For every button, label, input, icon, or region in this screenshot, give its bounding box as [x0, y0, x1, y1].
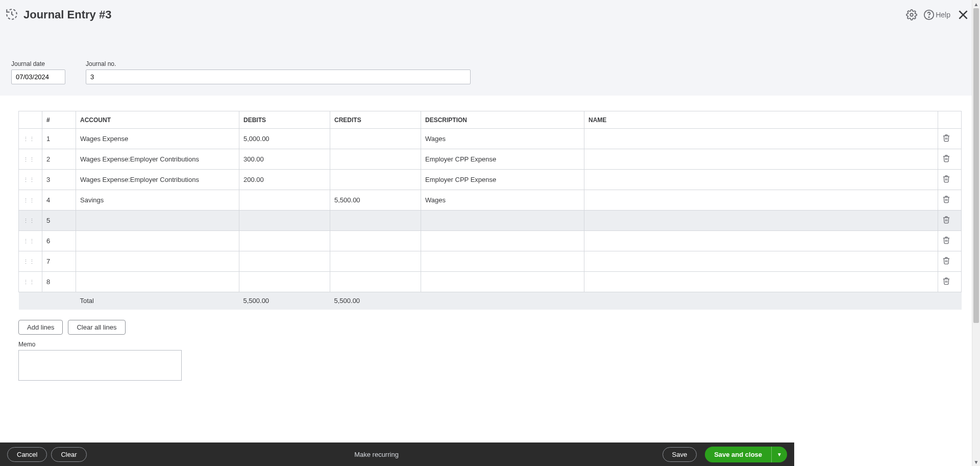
close-button[interactable] — [953, 5, 973, 25]
table-row[interactable]: ⋮⋮1Wages Expense5,000.00Wages — [19, 129, 962, 149]
save-and-close-button[interactable]: Save and close — [705, 447, 771, 448]
cell-credits[interactable] — [330, 211, 421, 231]
cell-name[interactable] — [584, 251, 938, 272]
header-credits: CREDITS — [330, 111, 421, 129]
table-row[interactable]: ⋮⋮6 — [19, 231, 962, 251]
table-row[interactable]: ⋮⋮7 — [19, 251, 962, 272]
drag-handle[interactable]: ⋮⋮ — [19, 251, 42, 272]
history-icon[interactable] — [5, 8, 18, 22]
cell-debits[interactable]: 300.00 — [239, 149, 330, 170]
journal-no-input[interactable] — [86, 69, 471, 84]
trash-icon — [942, 279, 950, 287]
cell-debits[interactable] — [239, 251, 330, 272]
cell-name[interactable] — [584, 272, 938, 292]
delete-row-button[interactable] — [942, 154, 950, 164]
scroll-thumb[interactable] — [973, 8, 979, 323]
trash-icon — [942, 218, 950, 225]
clear-button[interactable]: Clear — [51, 447, 86, 448]
table-row[interactable]: ⋮⋮2Wages Expense:Employer Contributions3… — [19, 149, 962, 170]
cell-num: 3 — [42, 170, 76, 190]
cell-description[interactable] — [421, 251, 584, 272]
cell-delete — [938, 272, 962, 292]
settings-button[interactable] — [903, 6, 920, 24]
cell-account[interactable]: Wages Expense:Employer Contributions — [76, 149, 239, 170]
cell-name[interactable] — [584, 231, 938, 251]
delete-row-button[interactable] — [942, 134, 950, 144]
cell-description[interactable] — [421, 231, 584, 251]
delete-row-button[interactable] — [942, 236, 950, 246]
drag-icon: ⋮⋮ — [23, 158, 35, 161]
cell-debits[interactable] — [239, 211, 330, 231]
cell-debits[interactable]: 5,000.00 — [239, 129, 330, 149]
cell-description[interactable]: Wages — [421, 129, 584, 149]
cell-account[interactable] — [76, 231, 239, 251]
cell-account[interactable]: Savings — [76, 190, 239, 211]
cell-name[interactable] — [584, 211, 938, 231]
delete-row-button[interactable] — [942, 257, 950, 266]
drag-handle[interactable]: ⋮⋮ — [19, 190, 42, 211]
cell-description[interactable]: Employer CPP Expense — [421, 170, 584, 190]
table-row[interactable]: ⋮⋮4Savings5,500.00Wages — [19, 190, 962, 211]
totals-label: Total — [76, 292, 239, 310]
trash-icon — [942, 238, 950, 246]
cell-num: 7 — [42, 251, 76, 272]
cell-debits[interactable]: 200.00 — [239, 170, 330, 190]
memo-label: Memo — [18, 341, 962, 348]
drag-handle[interactable]: ⋮⋮ — [19, 272, 42, 292]
cell-account[interactable] — [76, 272, 239, 292]
drag-handle[interactable]: ⋮⋮ — [19, 170, 42, 190]
journal-date-input[interactable] — [11, 69, 65, 84]
cell-name[interactable] — [584, 190, 938, 211]
cell-account[interactable] — [76, 251, 239, 272]
add-lines-button[interactable]: Add lines — [18, 320, 63, 335]
cell-description[interactable]: Wages — [421, 190, 584, 211]
drag-handle[interactable]: ⋮⋮ — [19, 149, 42, 170]
delete-row-button[interactable] — [942, 216, 950, 225]
cell-description[interactable] — [421, 211, 584, 231]
table-row[interactable]: ⋮⋮3Wages Expense:Employer Contributions2… — [19, 170, 962, 190]
save-dropdown-caret[interactable]: ▼ — [771, 447, 787, 448]
os-scrollbar[interactable]: ▲ ▼ — [972, 0, 980, 448]
cell-credits[interactable] — [330, 272, 421, 292]
close-icon — [957, 8, 970, 21]
totals-credits: 5,500.00 — [330, 292, 421, 310]
cell-credits[interactable] — [330, 251, 421, 272]
cell-description[interactable]: Employer CPP Expense — [421, 149, 584, 170]
totals-debits: 5,500.00 — [239, 292, 330, 310]
cell-credits[interactable] — [330, 170, 421, 190]
delete-row-button[interactable] — [942, 277, 950, 287]
cell-description[interactable] — [421, 272, 584, 292]
cell-name[interactable] — [584, 149, 938, 170]
memo-input[interactable] — [18, 350, 182, 381]
table-header-row: # ACCOUNT DEBITS CREDITS DESCRIPTION NAM… — [19, 111, 962, 129]
cell-debits[interactable] — [239, 231, 330, 251]
delete-row-button[interactable] — [942, 195, 950, 205]
cell-account[interactable]: Wages Expense — [76, 129, 239, 149]
cell-num: 8 — [42, 272, 76, 292]
delete-row-button[interactable] — [942, 175, 950, 184]
drag-handle[interactable]: ⋮⋮ — [19, 231, 42, 251]
clear-all-lines-button[interactable]: Clear all lines — [68, 320, 125, 335]
content-scroll[interactable]: Journal date Journal no. # ACCOUNT DEBIT… — [0, 30, 980, 448]
drag-handle[interactable]: ⋮⋮ — [19, 129, 42, 149]
cancel-button[interactable]: Cancel — [7, 447, 47, 448]
cell-account[interactable]: Wages Expense:Employer Contributions — [76, 170, 239, 190]
cell-num: 4 — [42, 190, 76, 211]
table-row[interactable]: ⋮⋮8 — [19, 272, 962, 292]
cell-name[interactable] — [584, 129, 938, 149]
cell-debits[interactable] — [239, 190, 330, 211]
cell-credits[interactable] — [330, 231, 421, 251]
cell-account[interactable] — [76, 211, 239, 231]
cell-credits[interactable]: 5,500.00 — [330, 190, 421, 211]
cell-credits[interactable] — [330, 149, 421, 170]
cell-delete — [938, 251, 962, 272]
drag-handle[interactable]: ⋮⋮ — [19, 211, 42, 231]
save-button[interactable]: Save — [663, 447, 697, 448]
help-button[interactable]: Help — [920, 6, 953, 24]
cell-debits[interactable] — [239, 272, 330, 292]
cell-name[interactable] — [584, 170, 938, 190]
scroll-up-arrow[interactable]: ▲ — [972, 0, 980, 8]
cell-credits[interactable] — [330, 129, 421, 149]
scroll-track[interactable] — [972, 8, 980, 448]
table-row[interactable]: ⋮⋮5 — [19, 211, 962, 231]
